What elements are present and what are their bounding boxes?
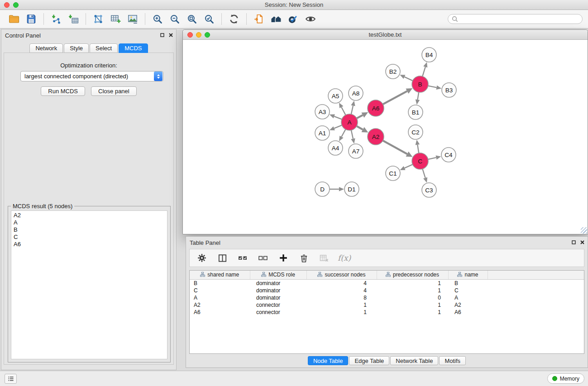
refresh-view-button[interactable]: [225, 11, 243, 27]
table-settings-button[interactable]: [195, 251, 209, 265]
cell[interactable]: 0: [377, 294, 448, 301]
graph-node-C4[interactable]: C4: [441, 148, 456, 162]
eye-button[interactable]: [302, 11, 319, 27]
cell[interactable]: A: [448, 294, 488, 301]
cell[interactable]: dominator: [250, 279, 306, 287]
window-resize-grip[interactable]: [581, 227, 587, 234]
cell[interactable]: 4: [306, 287, 377, 294]
graph-node-A6[interactable]: A6: [368, 100, 384, 116]
graph-node-A3[interactable]: A3: [315, 105, 330, 119]
graph-edge-C-C1[interactable]: [405, 164, 413, 168]
network-canvas[interactable]: B4B2BB3A5A8A6A3B1AC2A1A2A4A7C4CC1C3DD1: [183, 40, 587, 234]
graph-node-D1[interactable]: D1: [344, 182, 359, 196]
graph-node-A4[interactable]: A4: [328, 141, 343, 155]
import-network-button[interactable]: [48, 11, 65, 27]
table-row[interactable]: A6connector11A6: [190, 309, 584, 316]
cell[interactable]: 1: [377, 309, 448, 316]
tab-select[interactable]: Select: [90, 43, 118, 53]
cell[interactable]: A2: [190, 301, 250, 309]
zoom-out-button[interactable]: [166, 11, 183, 27]
cell[interactable]: A6: [190, 309, 250, 316]
column-header-mcds-role[interactable]: MCDS role: [250, 271, 306, 279]
graph-edge-B-B3[interactable]: [428, 86, 437, 88]
optimization-dropdown[interactable]: largest connected component (directed): [20, 71, 163, 81]
open-session-button[interactable]: [5, 11, 23, 27]
close-panel-button-mcds[interactable]: Close panel: [91, 86, 137, 96]
result-item[interactable]: A6: [11, 241, 167, 248]
graph-node-C3[interactable]: C3: [422, 183, 436, 197]
column-header-predecessor-nodes[interactable]: predecessor nodes: [377, 271, 448, 279]
cell[interactable]: 8: [306, 294, 377, 301]
table-row[interactable]: Cdominator41C: [190, 287, 584, 294]
add-row-button[interactable]: [277, 251, 290, 265]
zoom-selected-button[interactable]: [201, 11, 218, 27]
graph-edge-C-C2[interactable]: [417, 145, 419, 153]
cell[interactable]: A: [190, 294, 250, 301]
graph-node-A[interactable]: A: [341, 114, 358, 130]
cell[interactable]: 1: [306, 309, 377, 316]
cell[interactable]: A6: [448, 309, 488, 316]
graph-node-A5[interactable]: A5: [328, 89, 343, 103]
network-zoom-button[interactable]: [205, 32, 210, 38]
graph-edge-A-A2[interactable]: [357, 126, 363, 130]
cell[interactable]: 1: [377, 287, 448, 294]
graph-edge-A-A1[interactable]: [334, 125, 342, 129]
float-table-panel-button[interactable]: [572, 240, 576, 244]
close-window-button[interactable]: [4, 2, 10, 8]
graph-node-B4[interactable]: B4: [422, 48, 436, 62]
cell[interactable]: C: [448, 287, 488, 294]
graph-edge-B-B1[interactable]: [417, 92, 419, 100]
graph-edge-C-C4[interactable]: [428, 157, 436, 159]
graph-node-A2[interactable]: A2: [368, 129, 384, 145]
zoom-window-button[interactable]: [13, 2, 19, 8]
export-image-button[interactable]: [124, 11, 141, 27]
graph-edge-A-A8[interactable]: [351, 105, 353, 114]
network-window-titlebar[interactable]: testGlobe.txt: [183, 30, 588, 40]
unselect-all-button[interactable]: [256, 251, 270, 265]
cell[interactable]: C: [190, 287, 250, 294]
function-builder-button[interactable]: f(x): [338, 253, 351, 262]
tab-network[interactable]: Network: [29, 43, 63, 53]
memory-button[interactable]: Memory: [547, 373, 584, 384]
task-history-button[interactable]: [5, 374, 17, 384]
tab-edge-table[interactable]: Edge Table: [349, 356, 389, 365]
graph-edge-A-A5[interactable]: [341, 107, 345, 115]
graph-node-B[interactable]: B: [412, 76, 428, 92]
save-session-button[interactable]: [23, 11, 40, 27]
graph-edge-A-A7[interactable]: [351, 130, 353, 139]
import-table-button[interactable]: [65, 11, 82, 27]
cell[interactable]: 1: [377, 279, 448, 287]
tab-node-table[interactable]: Node Table: [308, 356, 349, 365]
graph-edge-B-B2[interactable]: [404, 77, 412, 81]
graph-node-B1[interactable]: B1: [408, 105, 423, 119]
search-input[interactable]: [460, 16, 578, 22]
graph-edge-A-A4[interactable]: [341, 129, 345, 137]
show-columns-button[interactable]: [215, 251, 229, 265]
graph-node-A1[interactable]: A1: [315, 126, 330, 140]
run-mcds-button[interactable]: Run MCDS: [41, 86, 85, 96]
graph-node-C2[interactable]: C2: [408, 125, 423, 139]
cell[interactable]: B: [448, 279, 488, 287]
home-button[interactable]: [268, 11, 285, 27]
graph-node-C[interactable]: C: [412, 153, 428, 169]
graph-edge-C-C3[interactable]: [422, 169, 425, 178]
column-header-name[interactable]: name: [448, 271, 488, 279]
cell[interactable]: connector: [250, 309, 306, 316]
cell[interactable]: B: [190, 279, 250, 287]
cell[interactable]: dominator: [250, 287, 306, 294]
select-all-button[interactable]: [236, 251, 249, 265]
result-item[interactable]: A2: [11, 212, 167, 219]
graph-edge-A-A3[interactable]: [334, 116, 342, 119]
tab-style[interactable]: Style: [64, 43, 89, 53]
cell[interactable]: 1: [377, 301, 448, 309]
column-header-successor-nodes[interactable]: successor nodes: [306, 271, 377, 279]
graph-node-D[interactable]: D: [315, 182, 330, 196]
close-table-panel-button[interactable]: [580, 240, 584, 244]
zoom-fit-button[interactable]: [183, 11, 201, 27]
graph-edge-A6-B[interactable]: [383, 91, 407, 104]
float-panel-button[interactable]: [160, 33, 164, 37]
clone-network-button[interactable]: [90, 11, 107, 27]
graph-node-B3[interactable]: B3: [442, 83, 456, 97]
table-row[interactable]: A2connector11A2: [190, 301, 584, 309]
table-row[interactable]: Bdominator41B: [190, 279, 584, 287]
